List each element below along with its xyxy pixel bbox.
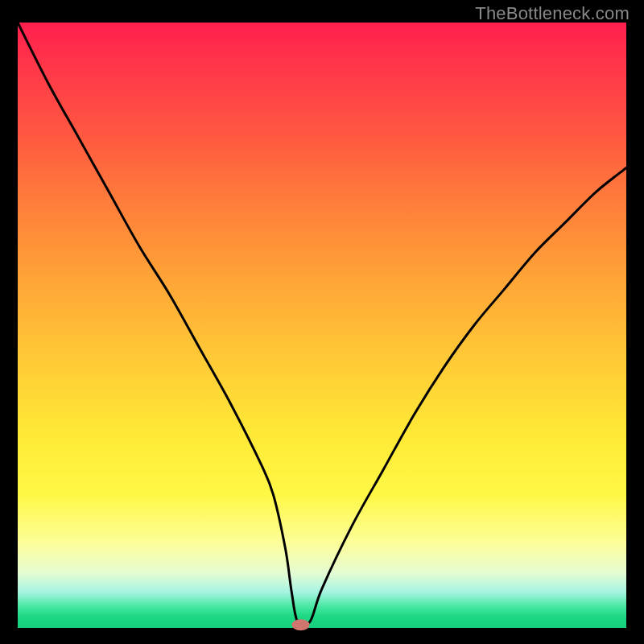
bottleneck-curve-path [18,23,626,625]
chart-frame: TheBottleneck.com [0,0,644,644]
plot-area [18,23,626,628]
curve-svg [18,23,626,628]
watermark-text: TheBottleneck.com [475,3,630,24]
optimum-marker [292,619,310,630]
